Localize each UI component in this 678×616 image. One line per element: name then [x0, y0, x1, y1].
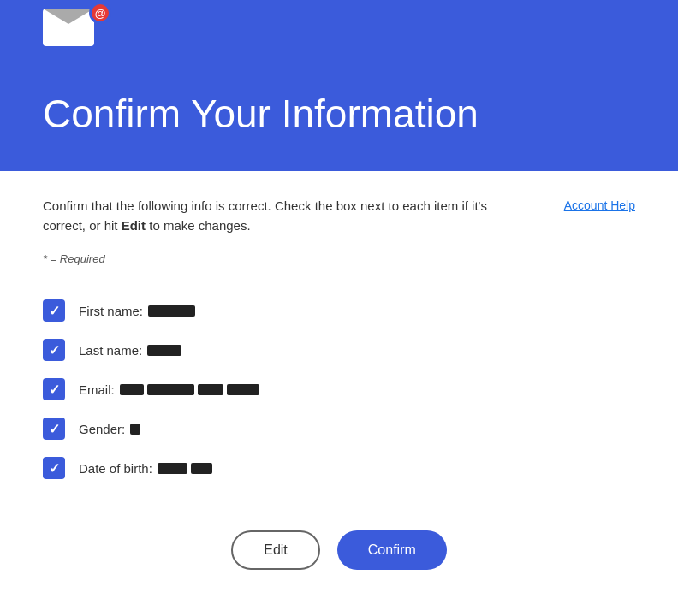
list-item: First name: — [43, 291, 635, 330]
edit-button[interactable]: Edit — [231, 530, 320, 570]
list-item: Last name: — [43, 330, 635, 370]
checkbox-lastname[interactable] — [43, 339, 65, 361]
list-item: Date of birth: — [43, 448, 635, 488]
redacted-block — [147, 345, 181, 356]
confirm-button[interactable]: Confirm — [337, 530, 447, 570]
dob-value — [158, 463, 212, 474]
redacted-block — [120, 384, 144, 395]
email-value — [120, 384, 259, 395]
email-label: Email: — [79, 382, 115, 397]
redacted-block — [227, 384, 259, 395]
header-icon-area — [43, 0, 111, 51]
content-area: Confirm that the following info is corre… — [0, 171, 678, 616]
top-row: Confirm that the following info is corre… — [43, 197, 635, 235]
notification-badge-icon — [89, 2, 111, 24]
required-note: * = Required — [43, 252, 635, 265]
redacted-block — [158, 463, 187, 474]
description-part2: to make changes. — [146, 218, 251, 233]
edit-word-bold: Edit — [122, 218, 146, 233]
redacted-block — [147, 384, 194, 395]
account-help-link[interactable]: Account Help — [564, 198, 635, 212]
lastname-label: Last name: — [79, 343, 142, 358]
gender-label: Gender: — [79, 422, 125, 436]
redacted-block — [130, 424, 140, 435]
redacted-block — [198, 384, 223, 395]
list-item: Email: — [43, 370, 635, 409]
button-row: Edit Confirm — [43, 522, 635, 587]
firstname-value — [148, 305, 195, 317]
gender-value — [130, 424, 140, 435]
redacted-block — [191, 463, 212, 474]
list-item: Gender: — [43, 409, 635, 448]
field-list: First name: Last name: Email: Ge — [43, 291, 635, 488]
dob-label: Date of birth: — [79, 461, 152, 476]
checkbox-gender[interactable] — [43, 418, 65, 440]
checkbox-email[interactable] — [43, 378, 65, 400]
header-banner: Confirm Your Information — [0, 0, 678, 171]
description-part1: Confirm that the following info is corre… — [43, 198, 487, 233]
email-icon-wrapper — [43, 0, 111, 51]
lastname-value — [147, 345, 181, 356]
description-text: Confirm that the following info is corre… — [43, 197, 488, 235]
email-envelope-icon — [43, 9, 94, 46]
checkbox-dob[interactable] — [43, 457, 65, 479]
checkbox-firstname[interactable] — [43, 299, 65, 322]
page-title: Confirm Your Information — [43, 91, 635, 137]
firstname-label: First name: — [79, 304, 143, 318]
redacted-block — [148, 305, 195, 317]
